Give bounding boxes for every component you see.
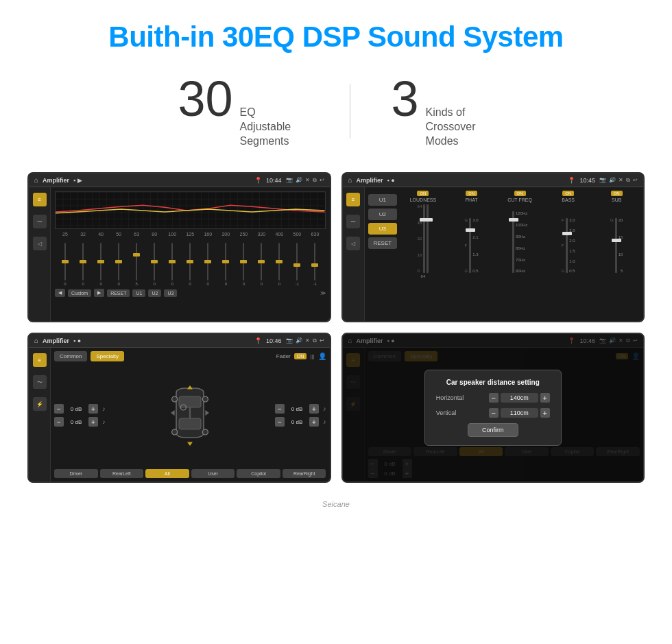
- copilot-btn[interactable]: Copilot: [237, 469, 280, 478]
- speaker-icon-rr: ♪: [323, 418, 326, 425]
- db-minus-0[interactable]: −: [54, 404, 64, 414]
- u1-preset[interactable]: U1: [368, 194, 398, 206]
- fader-control[interactable]: |||: [310, 353, 314, 359]
- eq-slider-3[interactable]: 0: [110, 243, 128, 286]
- cutfreq-on[interactable]: ON: [514, 191, 526, 196]
- eq-icon-3[interactable]: ≡: [33, 353, 47, 367]
- bluetooth-icon[interactable]: ⚡: [33, 397, 47, 411]
- eq-slider-1[interactable]: 0: [74, 243, 92, 286]
- home-icon-2[interactable]: ⌂: [348, 176, 352, 184]
- reset-button[interactable]: RESET: [107, 289, 130, 297]
- bass-channel: ON BASS FFG 3.02.52.01.51.00.5: [545, 191, 592, 318]
- back-icon[interactable]: ↩: [320, 177, 324, 183]
- u2-preset[interactable]: U2: [368, 208, 398, 220]
- eq-slider-7[interactable]: 0: [181, 243, 199, 286]
- horizontal-minus[interactable]: −: [489, 393, 499, 403]
- specialty-tab[interactable]: Specialty: [91, 351, 123, 361]
- db-minus-3[interactable]: −: [275, 417, 285, 427]
- volume-icon-3: 🔊: [296, 337, 302, 344]
- volume-sidebar-icon[interactable]: ◁: [33, 237, 47, 250]
- db-plus-1[interactable]: +: [88, 417, 98, 427]
- eq-slider-12[interactable]: 0: [270, 243, 288, 286]
- common-tab[interactable]: Common: [54, 351, 87, 361]
- u3-preset[interactable]: U3: [368, 223, 398, 235]
- eq-slider-11[interactable]: 0: [252, 243, 270, 286]
- svg-point-12: [172, 429, 178, 435]
- eq-freq-labels: 25 32 40 50 63 80 100 125 160 200 250 32…: [55, 232, 326, 237]
- eq-slider-4[interactable]: 5: [128, 243, 145, 286]
- eq-slider-14[interactable]: -1: [306, 243, 324, 286]
- stat-crossover: 3 Kinds of Crossover Modes: [350, 74, 536, 148]
- db-minus-1[interactable]: −: [54, 417, 64, 427]
- custom-button[interactable]: Custom: [68, 289, 91, 297]
- eq-title: Amplifier: [43, 177, 69, 184]
- loudness-on[interactable]: ON: [417, 191, 429, 196]
- db-value-2: 0 dB: [287, 406, 307, 412]
- driver-btn[interactable]: Driver: [54, 469, 98, 478]
- topbar-icons-2: 📷 🔊 ✕ ⧉ ↩: [599, 177, 638, 184]
- vol-icon-2[interactable]: ◁: [346, 237, 360, 250]
- db-row-3: − 0 dB + ♪: [275, 417, 326, 427]
- cutfreq-channel: ON CUT FREQ 120Hz100Hz90Hz80Hz70Hz60Hz: [496, 191, 543, 318]
- eq-content: ≡ 〜 ◁: [29, 187, 330, 321]
- rearleft-btn[interactable]: RearLeft: [100, 469, 144, 478]
- home-icon-3[interactable]: ⌂: [34, 337, 38, 344]
- camera-icon-2: 📷: [599, 177, 606, 183]
- location-icon-3: 📍: [254, 337, 262, 344]
- svg-point-13: [203, 429, 208, 435]
- eq-main: 25 32 40 50 63 80 100 125 160 200 250 32…: [51, 187, 330, 321]
- u1-button[interactable]: U1: [132, 289, 145, 297]
- fader-on-badge[interactable]: ON: [294, 353, 307, 359]
- page-title: Buith-in 30EQ DSP Sound System: [14, 21, 658, 53]
- confirm-button[interactable]: Confirm: [468, 423, 518, 437]
- horizontal-plus[interactable]: +: [540, 393, 550, 403]
- eq-slider-8[interactable]: 0: [199, 243, 217, 286]
- svg-rect-3: [179, 418, 201, 429]
- eq-slider-5[interactable]: 0: [145, 243, 163, 286]
- eq-slider-0[interactable]: 0: [56, 243, 74, 286]
- db-plus-0[interactable]: +: [88, 404, 98, 414]
- crossover-sidebar: ≡ 〜 ◁: [343, 187, 365, 321]
- eq-slider-2[interactable]: 0: [92, 243, 110, 286]
- page-header: Buith-in 30EQ DSP Sound System: [0, 0, 672, 64]
- bass-on[interactable]: ON: [562, 191, 574, 196]
- wave-icon[interactable]: 〜: [33, 215, 47, 228]
- eq-slider-9[interactable]: 0: [217, 243, 235, 286]
- stat-eq-number: 30: [178, 74, 232, 123]
- close-icon: ✕: [305, 177, 310, 183]
- back-icon-2[interactable]: ↩: [633, 177, 638, 183]
- play-button[interactable]: ▶: [94, 289, 104, 297]
- sub-on[interactable]: ON: [611, 191, 623, 196]
- rearright-btn[interactable]: RearRight: [283, 469, 326, 478]
- phat-on[interactable]: ON: [466, 191, 477, 196]
- all-btn[interactable]: All: [145, 469, 189, 478]
- specialty-time: 10:46: [266, 337, 282, 344]
- reset-preset[interactable]: RESET: [368, 237, 398, 249]
- db-minus-2[interactable]: −: [275, 404, 285, 414]
- svg-marker-8: [171, 410, 175, 416]
- horizontal-control: − 140cm +: [489, 393, 550, 403]
- eq-slider-13[interactable]: -1: [288, 243, 306, 286]
- vertical-minus[interactable]: −: [489, 408, 499, 418]
- home-icon[interactable]: ⌂: [34, 176, 38, 184]
- back-icon-3[interactable]: ↩: [320, 337, 324, 344]
- wave-icon-2[interactable]: 〜: [346, 215, 360, 228]
- eq-icon[interactable]: ≡: [33, 193, 47, 206]
- eq-bottom-bar: ◀ Custom ▶ RESET U1 U2 U3 ≫: [55, 287, 326, 298]
- specialty-title: Amplifier: [43, 337, 69, 344]
- user-btn[interactable]: User: [191, 469, 235, 478]
- u2-button[interactable]: U2: [148, 289, 161, 297]
- prev-button[interactable]: ◀: [55, 289, 65, 297]
- eq-slider-6[interactable]: 0: [163, 243, 181, 286]
- db-plus-2[interactable]: +: [309, 404, 319, 414]
- u3-button[interactable]: U3: [164, 289, 177, 297]
- eq-icon-2[interactable]: ≡: [346, 193, 360, 206]
- crossover-content: ≡ 〜 ◁ U1 U2 U3 RESET ON LOUDNESS: [343, 187, 644, 321]
- window-icon-2: ⧉: [626, 177, 630, 184]
- wave-icon-3[interactable]: 〜: [33, 375, 47, 389]
- eq-slider-10[interactable]: 0: [235, 243, 252, 286]
- profile-icon: 👤: [318, 353, 326, 360]
- vertical-plus[interactable]: +: [540, 408, 550, 418]
- speaker-icon-fl: ♪: [102, 405, 106, 412]
- db-plus-3[interactable]: +: [309, 417, 319, 427]
